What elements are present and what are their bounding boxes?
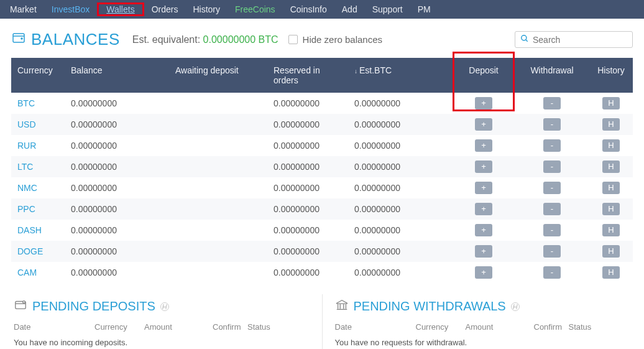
withdraw-button[interactable]: - [543, 118, 561, 131]
reserved-cell: 0.00000000 [267, 156, 348, 177]
table-row: CAM0.000000000.000000000.00000000+-H [11, 262, 633, 283]
withdraw-button[interactable]: - [543, 182, 561, 194]
col-confirm: Confirm [534, 322, 569, 332]
col-deposit[interactable]: Deposit [453, 58, 515, 93]
nav-wallets[interactable]: Wallets [99, 1, 142, 18]
nav-support[interactable]: Support [365, 1, 410, 18]
col-estbtc[interactable]: ↓Est.BTC [348, 58, 453, 93]
withdraw-button[interactable]: - [543, 224, 561, 236]
withdraw-button[interactable]: - [543, 139, 561, 152]
col-awaiting[interactable]: Awaiting deposit [169, 58, 267, 93]
nav-orders[interactable]: Orders [144, 1, 186, 18]
search-box[interactable] [515, 31, 633, 48]
col-status: Status [247, 322, 270, 332]
bank-icon [335, 298, 349, 315]
deposit-button[interactable]: + [475, 139, 492, 152]
nav-market[interactable]: Market [2, 1, 44, 18]
estbtc-cell: 0.00000000 [348, 177, 453, 198]
search-icon [520, 34, 529, 45]
balances-table: Currency Balance Awaiting deposit Reserv… [11, 58, 633, 283]
deposits-empty-msg: You have no incoming deposits. [14, 338, 310, 347]
history-button[interactable]: H [602, 182, 620, 194]
withdraw-button[interactable]: - [543, 161, 561, 173]
nav-investbox[interactable]: InvestBox [44, 1, 97, 18]
estbtc-cell: 0.00000000 [348, 241, 453, 262]
reserved-cell: 0.00000000 [267, 93, 348, 114]
deposit-button[interactable]: + [475, 245, 492, 258]
deposit-button[interactable]: + [475, 182, 492, 194]
history-button[interactable]: H [602, 139, 620, 152]
history-button[interactable]: H [602, 97, 620, 109]
estbtc-cell: 0.00000000 [348, 135, 453, 156]
deposit-button[interactable]: + [475, 266, 492, 279]
col-currency[interactable]: Currency [11, 58, 65, 93]
col-withdrawal[interactable]: Withdrawal [515, 58, 589, 93]
svg-point-6 [23, 301, 25, 304]
col-status: Status [569, 322, 592, 332]
history-button[interactable]: H [602, 161, 620, 173]
currency-link[interactable]: RUR [17, 141, 36, 151]
page-title-text: BALANCES [31, 30, 120, 49]
help-icon[interactable]: H [160, 302, 169, 311]
balance-cell: 0.00000000 [65, 177, 169, 198]
balances-header: BALANCES Est. equivalent: 0.00000000 BTC… [11, 30, 633, 49]
history-button[interactable]: H [602, 245, 620, 258]
balance-cell: 0.00000000 [65, 241, 169, 262]
table-row: BTC0.000000000.000000000.00000000+-H [11, 93, 633, 114]
col-balance[interactable]: Balance [65, 58, 169, 93]
col-reserved[interactable]: Reserved in orders [267, 58, 348, 93]
svg-point-2 [522, 35, 527, 40]
deposit-button[interactable]: + [475, 97, 492, 109]
history-button[interactable]: H [602, 224, 620, 236]
currency-link[interactable]: CAM [17, 268, 37, 277]
awaiting-cell [169, 156, 267, 177]
col-amount: Amount [466, 322, 534, 332]
deposit-button[interactable]: + [475, 203, 492, 215]
svg-line-3 [526, 40, 528, 42]
deposit-button[interactable]: + [475, 161, 492, 173]
history-button[interactable]: H [602, 266, 620, 279]
nav-pm[interactable]: PM [410, 1, 438, 18]
nav-freecoins[interactable]: FreeCoins [228, 1, 283, 18]
awaiting-cell [169, 93, 267, 114]
history-button[interactable]: H [602, 203, 620, 215]
nav-coinsinfo[interactable]: CoinsInfo [283, 1, 334, 18]
pending-withdrawals-panel: PENDING WITHDRAWALS H Date Currency Amou… [323, 294, 633, 349]
currency-link[interactable]: USD [17, 119, 36, 129]
nav-history[interactable]: History [185, 1, 228, 18]
reserved-cell: 0.00000000 [267, 177, 348, 198]
deposit-button[interactable]: + [475, 118, 492, 131]
withdraw-button[interactable]: - [543, 203, 561, 215]
currency-link[interactable]: DOGE [17, 246, 43, 256]
currency-link[interactable]: NMC [17, 183, 37, 193]
table-row: USD0.000000000.000000000.00000000+-H [11, 114, 633, 135]
table-row: DOGE0.000000000.000000000.00000000+-H [11, 241, 633, 262]
col-history[interactable]: History [589, 58, 633, 93]
help-icon[interactable]: H [511, 302, 520, 311]
history-button[interactable]: H [602, 118, 620, 131]
currency-link[interactable]: BTC [17, 98, 35, 108]
search-input[interactable] [533, 35, 627, 45]
awaiting-cell [169, 241, 267, 262]
reserved-cell: 0.00000000 [267, 114, 348, 135]
col-confirm: Confirm [213, 322, 247, 332]
hide-zero-toggle[interactable]: Hide zero balances [288, 34, 382, 45]
currency-link[interactable]: LTC [17, 162, 33, 172]
table-row: DASH0.000000000.000000000.00000000+-H [11, 220, 633, 241]
awaiting-cell [169, 135, 267, 156]
deposit-button[interactable]: + [475, 224, 492, 236]
est-label: Est. equivalent: [132, 34, 200, 45]
withdraw-button[interactable]: - [543, 266, 561, 279]
pending-deposits-title: PENDING DEPOSITS H [14, 298, 310, 315]
svg-point-1 [21, 38, 22, 39]
currency-link[interactable]: PPC [17, 204, 35, 214]
table-row: PPC0.000000000.000000000.00000000+-H [11, 198, 633, 220]
est-equivalent: Est. equivalent: 0.00000000 BTC [132, 34, 278, 45]
withdraw-button[interactable]: - [543, 245, 561, 258]
nav-add[interactable]: Add [334, 1, 365, 18]
balance-cell: 0.00000000 [65, 135, 169, 156]
withdraw-button[interactable]: - [543, 97, 561, 109]
hide-zero-label: Hide zero balances [303, 34, 382, 45]
balance-cell: 0.00000000 [65, 198, 169, 220]
currency-link[interactable]: DASH [17, 225, 42, 235]
